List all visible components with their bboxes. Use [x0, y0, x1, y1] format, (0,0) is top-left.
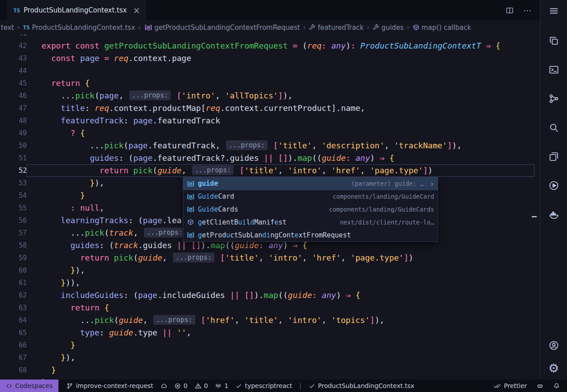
suggestion-detail: components/landing/GuideCard — [333, 193, 434, 200]
status-formatter-prettier[interactable]: Prettier — [493, 382, 527, 389]
line-number[interactable]: 46 — [0, 90, 27, 102]
line-number[interactable]: 65 — [0, 327, 27, 339]
status-codespaces[interactable]: Codespaces — [0, 380, 58, 392]
status-notifications[interactable] — [553, 383, 560, 389]
code-line-59[interactable]: 59 return pick(guide, ...props: ['title'… — [0, 252, 540, 264]
code-line-41[interactable]: 41 — [0, 34, 540, 40]
status-active-file[interactable]: ProductSubLandingContext.tsx — [308, 382, 414, 389]
breadcrumb-item-guides[interactable]: guides — [373, 24, 404, 32]
line-number[interactable]: 59 — [0, 252, 27, 264]
code-line-48[interactable]: 48 featuredTrack: page.featuredTrack — [0, 114, 540, 127]
status-copilot[interactable] — [537, 383, 543, 389]
line-number[interactable]: 57 — [0, 227, 27, 239]
status-warnings[interactable]: 0 — [195, 382, 208, 389]
more-actions-button[interactable]: ⋯ — [523, 6, 532, 15]
suggestion-guidecards[interactable]: [@]GuideCardscomponents/landing/GuideCar… — [183, 203, 438, 216]
terminal-button[interactable] — [549, 65, 559, 77]
line-number[interactable]: 50 — [0, 139, 27, 152]
line-number[interactable]: 43 — [0, 52, 27, 65]
line-number[interactable]: 66 — [0, 339, 27, 351]
line-number[interactable]: 68 — [0, 364, 27, 376]
line-number[interactable]: 52 — [0, 164, 27, 177]
line-number[interactable]: 55 — [0, 202, 27, 214]
line-number[interactable]: 63 — [0, 302, 27, 314]
line-number[interactable]: 47 — [0, 102, 27, 114]
line-number[interactable]: 56 — [0, 214, 27, 227]
code-line-65[interactable]: 65 type: guide.type || '', — [0, 327, 540, 339]
suggestion-getclientbuildmanifest[interactable]: getClientBuildManifestnext/dist/client/r… — [183, 216, 438, 229]
code-line-50[interactable]: 50 ...pick(page.featuredTrack, ...props:… — [0, 139, 540, 152]
line-number[interactable]: 62 — [0, 289, 27, 302]
line-content: title: req.context.productMap[req.contex… — [27, 102, 540, 114]
close-tab-icon[interactable]: × — [133, 6, 140, 15]
line-number[interactable]: 42 — [0, 40, 27, 52]
code-line-43[interactable]: 43 const page = req.context.page — [0, 52, 540, 65]
code-line-67[interactable]: 67 }), — [0, 351, 540, 364]
line-content — [27, 65, 540, 77]
method-icon: [@] — [144, 24, 152, 31]
code-line-69[interactable]: 69} — [0, 376, 540, 380]
suggestion-guide[interactable]: [@]guide(parameter) guide: …› — [183, 177, 438, 190]
menu-button[interactable] — [549, 6, 559, 18]
code-line-61[interactable]: 61 })), — [0, 277, 540, 289]
code-line-66[interactable]: 66 } — [0, 339, 540, 351]
line-number[interactable]: 49 — [0, 127, 27, 139]
suggestion-label: guide — [198, 180, 218, 188]
code-line-46[interactable]: 46 ...pick(page, ...props: ['intro', 'al… — [0, 90, 540, 102]
search-button[interactable] — [549, 122, 559, 135]
line-number[interactable]: 60 — [0, 264, 27, 277]
breadcrumb-item-map-callback[interactable]: map() callback — [413, 24, 471, 32]
status-language-mode[interactable]: typescriptreact — [235, 382, 292, 389]
status-sync[interactable] — [160, 383, 167, 389]
settings-gear-button[interactable]: ⚙ — [548, 362, 559, 374]
vscode-window: TS ProductSubLandingContext.tsx × ⋯ text… — [0, 0, 567, 392]
windows-button[interactable] — [549, 151, 559, 163]
code-line-44[interactable]: 44 — [0, 65, 540, 77]
split-editor-button[interactable] — [506, 7, 514, 14]
breadcrumb-item-productsublandingcontext-tsx[interactable]: TSProductSubLandingContext.tsx — [23, 24, 135, 32]
status-ports[interactable]: 1 — [215, 382, 228, 389]
code-line-68[interactable]: 68 } — [0, 364, 540, 376]
code-line-52[interactable]: 52 return pick(guide, ...props: ['title'… — [0, 164, 540, 177]
typescript-file-icon: TS — [23, 24, 30, 31]
code-line-64[interactable]: 64 ...pick(guide, ...props: ['href', 'ti… — [0, 314, 540, 327]
activity-bar-top — [549, 0, 559, 18]
suggestion-getproductsublandingcontextfromrequest[interactable]: [@]getProductSubLandingContextFromReques… — [183, 229, 438, 241]
status-errors[interactable]: 0 — [174, 382, 188, 389]
run-debug-button[interactable] — [549, 180, 559, 192]
breadcrumb-item-featuredtrack[interactable]: featuredTrack — [309, 24, 364, 32]
line-number[interactable]: 69 — [0, 376, 27, 380]
code-line-47[interactable]: 47 title: req.context.productMap[req.con… — [0, 102, 540, 114]
breadcrumb-item-text[interactable]: text — [1, 24, 14, 32]
line-number[interactable]: 45 — [0, 77, 27, 90]
graph-button[interactable] — [549, 94, 559, 106]
suggestion-detail-chevron-icon[interactable]: › — [430, 180, 434, 188]
line-number[interactable]: 41 — [0, 34, 27, 40]
line-number[interactable]: 67 — [0, 351, 27, 364]
line-number[interactable]: 48 — [0, 114, 27, 127]
suggestion-guidecard[interactable]: [@]GuideCardcomponents/landing/GuideCard — [183, 190, 438, 203]
line-number[interactable]: 53 — [0, 177, 27, 189]
code-line-63[interactable]: 63 return { — [0, 302, 540, 314]
line-number[interactable]: 58 — [0, 239, 27, 252]
code-line-42[interactable]: 42export const getProductSubLandingConte… — [0, 40, 540, 52]
tab-product-sub-landing-context[interactable]: TS ProductSubLandingContext.tsx × — [7, 0, 146, 20]
code-editor[interactable]: 4142export const getProductSubLandingCon… — [0, 34, 540, 380]
line-number[interactable]: 64 — [0, 314, 27, 327]
line-number[interactable]: 54 — [0, 189, 27, 202]
status-bar-left: Codespacesimprove-context-request001type… — [0, 380, 414, 392]
line-number[interactable]: 44 — [0, 65, 27, 77]
line-number[interactable]: 51 — [0, 152, 27, 164]
copy-button[interactable] — [549, 36, 559, 48]
line-content: return { — [27, 302, 540, 314]
status-branch[interactable]: improve-context-request — [66, 382, 153, 389]
docker-button[interactable] — [549, 209, 559, 221]
code-line-45[interactable]: 45 return { — [0, 77, 540, 90]
code-line-49[interactable]: 49 ? { — [0, 127, 540, 139]
account-button[interactable] — [549, 340, 559, 352]
line-number[interactable]: 61 — [0, 277, 27, 289]
code-line-62[interactable]: 62 includeGuides: (page.includeGuides ||… — [0, 289, 540, 302]
code-line-51[interactable]: 51 guides: (page.featuredTrack?.guides |… — [0, 152, 540, 164]
code-line-60[interactable]: 60 }), — [0, 264, 540, 277]
breadcrumb-item-getproductsublandingcontextfromrequest[interactable]: [@]getProductSubLandingContextFromReques… — [144, 24, 300, 32]
